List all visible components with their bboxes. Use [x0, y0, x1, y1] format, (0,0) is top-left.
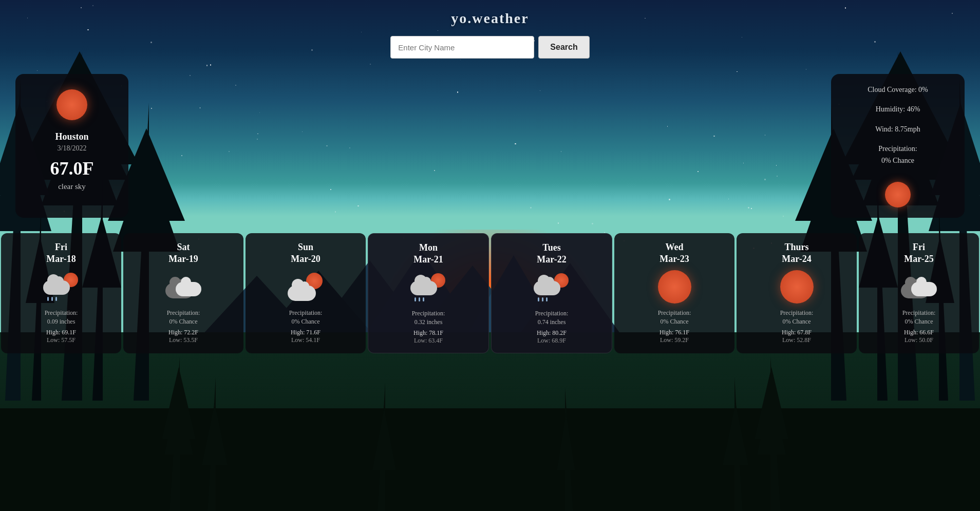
forecast-day-3: MonMar-21 — [413, 242, 443, 266]
forecast-card-4[interactable]: TuesMar-22 Precipitation:0.74 inches Hig… — [491, 233, 612, 353]
svg-rect-35 — [0, 408, 980, 511]
app-title: yo.weather — [451, 10, 529, 27]
forecast-high-1: High: 72.2F — [168, 329, 198, 336]
forecast-day-1: SatMar-19 — [168, 241, 198, 266]
forecast-day-4: TuesMar-22 — [537, 242, 566, 266]
forecast-icon-0 — [43, 272, 79, 302]
search-button[interactable]: Search — [538, 36, 589, 59]
forecast-low-2: Low: 54.1F — [291, 336, 320, 344]
svg-marker-43 — [755, 367, 788, 439]
forecast-precip-5: Precipitation:0% Chance — [658, 309, 691, 326]
wind: Wind: 8.75mph — [846, 124, 949, 135]
forecast-low-4: Low: 68.9F — [537, 337, 566, 345]
forecast-icon-3 — [410, 272, 446, 303]
forecast-card-5[interactable]: WedMar-23 Precipitation:0% Chance High: … — [614, 233, 734, 353]
forecast-card-2[interactable]: SunMar-20 Precipitation:0% Chance High: … — [246, 233, 366, 353]
forecast-card-1[interactable]: SatMar-19 Precipitation:0% Chance High: … — [123, 233, 243, 353]
forecast-icon-1 — [165, 272, 201, 302]
forecast-low-1: Low: 53.5F — [169, 336, 198, 344]
current-date: 3/18/2022 — [58, 144, 87, 153]
details-sun-icon — [846, 182, 949, 207]
forecast-icon-4 — [534, 272, 570, 303]
forecast-card-0[interactable]: FriMar-18 Precipitation:0.09 inches High… — [1, 233, 121, 353]
forecast-icon-5 — [656, 272, 692, 302]
forecast-icon-7 — [901, 272, 937, 302]
forecast-high-6: High: 67.8F — [782, 329, 812, 336]
forecast-low-6: Low: 52.8F — [782, 336, 811, 344]
current-weather-card: Houston 3/18/2022 67.0F clear sky — [15, 74, 128, 218]
forecast-day-2: SunMar-20 — [291, 241, 320, 266]
search-bar: Search — [390, 36, 589, 59]
current-description: clear sky — [58, 182, 86, 191]
forecast-row: FriMar-18 Precipitation:0.09 inches High… — [0, 233, 980, 353]
forecast-precip-0: Precipitation:0.09 inches — [45, 309, 78, 326]
sun-icon — [56, 89, 87, 120]
forecast-day-5: WedMar-23 — [659, 241, 689, 266]
forecast-icon-6 — [779, 272, 815, 302]
humidity: Humidity: 46% — [846, 104, 949, 115]
weather-details-card: Cloud Coverage: 0% Humidity: 46% Wind: 8… — [831, 74, 965, 218]
forecast-low-7: Low: 50.0F — [904, 336, 933, 344]
forecast-precip-3: Precipitation:0.32 inches — [412, 309, 445, 327]
forecast-low-5: Low: 59.2F — [660, 336, 689, 344]
forecast-card-7[interactable]: FriMar-25 Precipitation:0% Chance High: … — [859, 233, 979, 353]
forecast-high-3: High: 78.1F — [413, 329, 443, 337]
forecast-precip-4: Precipitation:0.74 inches — [535, 309, 569, 327]
forecast-precip-2: Precipitation:0% Chance — [289, 309, 323, 326]
forecast-high-2: High: 71.6F — [291, 329, 321, 336]
main-cards-row: Houston 3/18/2022 67.0F clear sky Cloud … — [0, 74, 980, 218]
cloud-coverage: Cloud Coverage: 0% — [846, 84, 949, 96]
current-temp: 67.0F — [50, 158, 94, 179]
forecast-high-0: High: 69.1F — [46, 329, 76, 336]
precipitation-detail: Precipitation: 0% Chance — [846, 143, 949, 166]
forecast-card-6[interactable]: ThursMar-24 Precipitation:0% Chance High… — [737, 233, 857, 353]
forecast-icon-2 — [288, 272, 324, 302]
forecast-day-7: FriMar-25 — [904, 241, 933, 266]
forecast-day-0: FriMar-18 — [46, 241, 76, 266]
current-weather-icon — [51, 84, 92, 125]
forecast-precip-7: Precipitation:0% Chance — [902, 309, 936, 326]
search-input[interactable] — [390, 36, 534, 59]
forecast-high-7: High: 66.6F — [904, 329, 934, 336]
forecast-low-3: Low: 63.4F — [414, 337, 443, 345]
forecast-card-3[interactable]: MonMar-21 Precipitation:0.32 inches High… — [368, 233, 489, 353]
forecast-low-0: Low: 57.5F — [47, 336, 76, 344]
current-city: Houston — [55, 131, 88, 142]
forecast-precip-6: Precipitation:0% Chance — [780, 309, 814, 326]
forecast-precip-1: Precipitation:0% Chance — [167, 309, 200, 326]
forecast-day-6: ThursMar-24 — [782, 241, 811, 266]
forecast-high-4: High: 80.2F — [537, 329, 567, 337]
forecast-high-5: High: 76.1F — [659, 329, 689, 336]
